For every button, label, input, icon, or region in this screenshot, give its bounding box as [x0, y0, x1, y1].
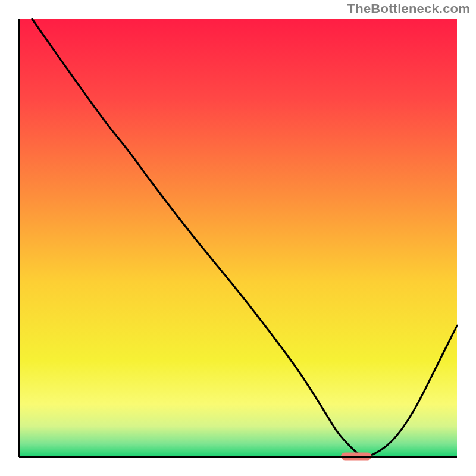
watermark-text: TheBottleneck.com: [347, 1, 470, 17]
chart-container: TheBottleneck.com: [0, 0, 476, 476]
gradient-background: [19, 19, 457, 457]
bottleneck-chart: [0, 0, 476, 476]
